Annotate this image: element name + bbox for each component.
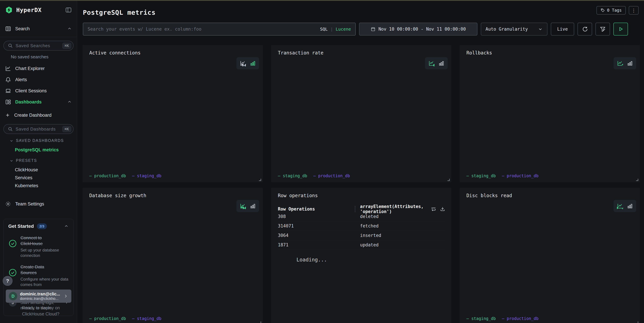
kebab-icon: ⋮ [632, 8, 636, 13]
resize-handle[interactable] [636, 322, 638, 323]
dashboard-menu-button[interactable]: ⋮ [629, 6, 638, 14]
task-title: Connect to ClickHouse [20, 235, 59, 246]
sidebar-item-alerts[interactable]: Alerts [0, 74, 77, 85]
date-range-picker[interactable]: Nov 10 00:00:00 - Nov 11 00:00:00 [359, 23, 478, 36]
lucene-mode-toggle[interactable]: Lucene [336, 27, 351, 32]
legend-item[interactable]: — staging_db [278, 174, 307, 178]
run-query-button[interactable] [614, 23, 628, 36]
saved-dashboards-placeholder: Saved Dashboards [16, 126, 60, 132]
chart-plot-area[interactable] [84, 198, 260, 316]
chevron-up-icon[interactable] [67, 100, 72, 104]
bar-chart-toggle-icon[interactable] [250, 203, 256, 209]
resize-handle[interactable] [259, 179, 261, 181]
line-chart-toggle-icon[interactable]: 02505007501KNov 10 12:00:00 AM11:00:00 A… [617, 60, 623, 66]
presets-section[interactable]: PRESETS [0, 158, 77, 163]
chevron-up-icon[interactable] [67, 26, 72, 31]
sidebar-item-team-settings[interactable]: Team Settings [0, 199, 77, 209]
main-content: PostgreSQL metrics 0 Tags ⋮ SQL | Lucene… [77, 0, 644, 323]
bar-chart-toggle-icon[interactable] [627, 203, 633, 209]
sidebar-collapse-icon[interactable] [65, 6, 72, 13]
tags-label: 0 Tags [607, 8, 622, 13]
legend-item[interactable]: — production_db [313, 174, 350, 178]
resize-handle[interactable] [448, 179, 450, 181]
task-subtitle: Set up your database connection [20, 248, 69, 258]
svg-text:20B: 20B [241, 206, 246, 209]
download-icon[interactable] [440, 206, 445, 212]
chart-plot-area[interactable] [462, 55, 637, 174]
bar-chart-toggle-icon[interactable] [627, 60, 633, 66]
get-started-item-sources[interactable]: Create Data Sources Configure where your… [8, 264, 69, 287]
chart-plot-area[interactable] [462, 198, 637, 316]
chart-plot-area[interactable] [84, 55, 260, 174]
legend-item[interactable]: — staging_db [466, 316, 496, 321]
svg-text:8K: 8K [433, 63, 434, 66]
line-chart-toggle-icon[interactable]: 0255075100Nov 10 12:00:00 AM11:00:00 AM1… [240, 60, 246, 66]
sidebar-item-postgresql-metrics[interactable]: PostgreSQL metrics [0, 146, 77, 154]
search-icon [8, 43, 13, 48]
sidebar-item-kubernetes[interactable]: Kubernetes [0, 182, 77, 190]
line-chart-toggle-icon[interactable]: 02K4K6K8KNov 10 12:00:00 AM11:00:00 AM11… [428, 60, 434, 66]
gear-icon [5, 201, 11, 207]
sidebar-item-chart-explorer[interactable]: Chart Explorer [0, 63, 77, 74]
next-task-preview: Ready to deploy on ClickHouse Cloud? [22, 305, 60, 317]
section-label-text: PRESETS [16, 158, 37, 163]
wrap-lines-icon[interactable] [431, 206, 436, 212]
saved-dashboards-section[interactable]: SAVED DASHBOARDS [0, 138, 77, 143]
panel-rollbacks: Rollbacks 02505007501KNov 10 12:00:00 AM… [460, 45, 640, 182]
user-menu[interactable]: D dominic.tran@clic... dominic.tran@clic… [6, 290, 71, 303]
sidebar-item-label: Client Sessions [15, 88, 47, 94]
legend-item[interactable]: — production_db [89, 316, 126, 321]
resize-handle[interactable] [636, 179, 638, 181]
tag-icon [600, 8, 605, 12]
column-resize-handle[interactable] [355, 206, 355, 212]
sidebar-item-client-sessions[interactable]: Client Sessions [0, 85, 77, 96]
filter-button[interactable] [596, 23, 610, 36]
sql-mode-toggle[interactable]: SQL [320, 27, 328, 32]
legend-item[interactable]: — production_db [502, 316, 538, 321]
granularity-select[interactable]: Auto Granularity [481, 23, 548, 36]
chevron-down-icon [538, 27, 543, 32]
line-chart-toggle-icon[interactable]: 05B10B15B20BNov 10 12:00:00 AM11:00:00 A… [240, 203, 246, 209]
legend-item[interactable]: — production_db [502, 174, 538, 178]
saved-dashboards-input[interactable]: Saved Dashboards ⌘K [4, 124, 74, 134]
chevron-up-icon[interactable] [64, 224, 69, 229]
resize-handle[interactable] [259, 322, 261, 323]
bar-chart-toggle-icon[interactable] [250, 60, 256, 66]
sidebar-item-services[interactable]: Services [0, 174, 77, 182]
legend-item[interactable]: — production_db [89, 174, 126, 178]
refresh-button[interactable] [578, 23, 592, 36]
chart-plot-area[interactable] [273, 55, 449, 174]
chart-mode-toggle: 02K4K6K8KNov 10 12:00:00 AM11:00:00 AM11… [425, 57, 448, 69]
get-started-item-connect[interactable]: Connect to ClickHouse Set up your databa… [8, 235, 69, 258]
event-search-bar[interactable]: SQL | Lucene [83, 23, 356, 36]
refresh-icon [582, 26, 588, 32]
chevron-down-icon [10, 159, 14, 163]
filter-icon [600, 26, 606, 32]
sidebar-item-dashboards[interactable]: Dashboards [0, 96, 77, 108]
search-input[interactable] [88, 26, 317, 32]
panel-disc-blocks-read: Disc blocks read 06001.2K1.8K2.4KNov 10 … [460, 188, 640, 323]
legend-item[interactable]: — staging_db [132, 316, 161, 321]
table-column-header[interactable]: Row Operations [278, 206, 355, 212]
svg-text:2.4K: 2.4K [617, 206, 623, 209]
saved-searches-input[interactable]: Saved Searches ⌘K [4, 41, 74, 50]
legend-item[interactable]: — staging_db [132, 174, 161, 178]
tags-button[interactable]: 0 Tags [596, 6, 626, 14]
bar-chart-toggle-icon[interactable] [438, 60, 444, 66]
chevron-right-icon [63, 294, 68, 299]
line-chart-toggle-icon[interactable]: 06001.2K1.8K2.4KNov 10 12:00:00 AM11:00:… [617, 203, 623, 209]
panel-database-size-growth: Database size growth 05B10B15B20BNov 10 … [82, 188, 263, 323]
sidebar-item-label: Team Settings [15, 202, 44, 207]
brand-name: HyperDX [16, 6, 42, 13]
chart-mode-toggle: 05B10B15B20BNov 10 12:00:00 AM11:00:00 A… [236, 200, 259, 212]
legend-item[interactable]: — staging_db [466, 174, 496, 178]
play-icon [618, 26, 624, 32]
create-dashboard-button[interactable]: Create Dashboard [0, 110, 77, 120]
calendar-icon [371, 27, 376, 32]
avatar: D [9, 292, 17, 300]
sidebar-item-clickhouse[interactable]: ClickHouse [0, 166, 77, 174]
chart-title: Active connections [89, 50, 140, 56]
sidebar-item-search[interactable]: Search [0, 24, 77, 34]
help-button[interactable]: ? [3, 276, 12, 286]
live-button[interactable]: Live [551, 23, 574, 36]
